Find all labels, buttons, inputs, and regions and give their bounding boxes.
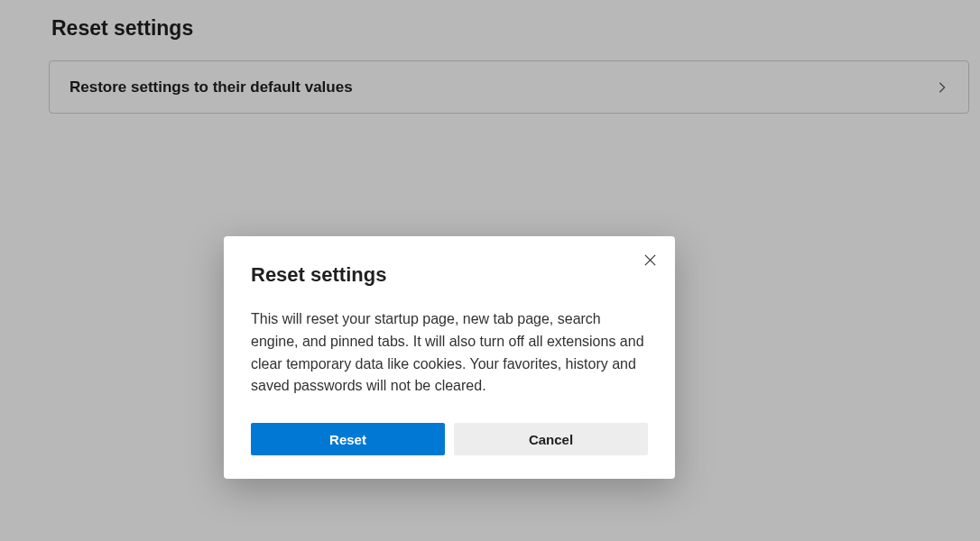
close-icon (643, 253, 657, 270)
dialog-title: Reset settings (251, 263, 648, 287)
dialog-actions: Reset Cancel (251, 423, 648, 455)
dialog-body: This will reset your startup page, new t… (251, 308, 648, 398)
reset-settings-dialog: Reset settings This will reset your star… (224, 236, 675, 479)
reset-button[interactable]: Reset (251, 423, 445, 455)
close-button[interactable] (641, 252, 659, 270)
cancel-button[interactable]: Cancel (454, 423, 648, 455)
